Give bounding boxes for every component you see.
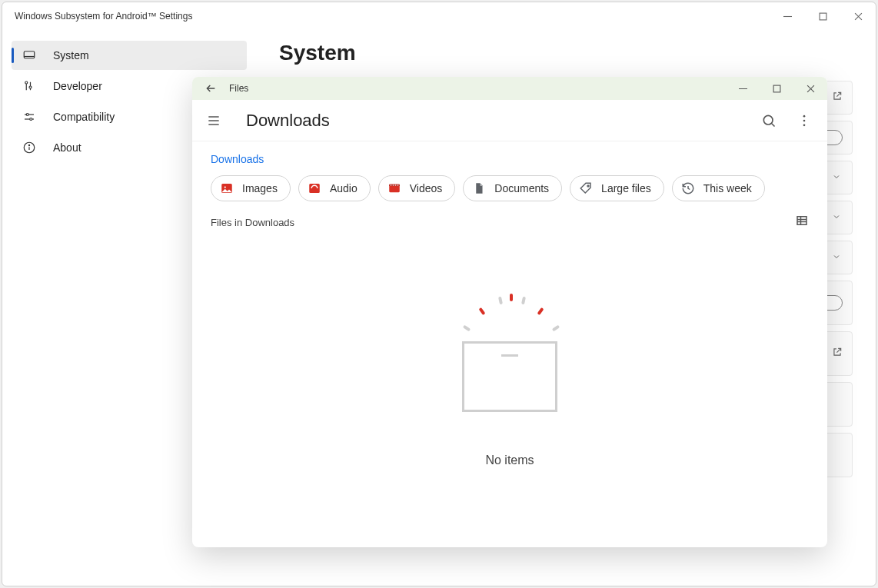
files-minimize-button[interactable] <box>726 77 760 100</box>
chevron-down-icon <box>832 251 841 264</box>
breadcrumb-item[interactable]: Downloads <box>211 153 264 165</box>
monitor-icon <box>22 48 39 62</box>
sliders-icon <box>22 110 39 124</box>
empty-box-icon <box>448 280 571 426</box>
files-subheader-label: Files in Downloads <box>211 217 294 228</box>
video-icon <box>387 181 402 196</box>
empty-state-label: No items <box>485 453 534 467</box>
chevron-down-icon <box>832 211 841 224</box>
svg-rect-20 <box>773 85 780 92</box>
search-button[interactable] <box>760 113 778 128</box>
files-window-controls <box>726 77 827 100</box>
svg-point-14 <box>30 118 32 121</box>
sidebar-item-label: System <box>53 49 89 61</box>
open-external-icon <box>832 91 843 105</box>
more-options-button[interactable] <box>795 113 813 128</box>
svg-rect-36 <box>390 185 391 186</box>
hamburger-menu-button[interactable] <box>206 113 228 128</box>
chip-audio[interactable]: Audio <box>298 175 371 201</box>
chip-this-week[interactable]: This week <box>672 175 765 201</box>
svg-point-32 <box>224 186 226 188</box>
chip-documents[interactable]: Documents <box>463 175 562 201</box>
view-toggle-button[interactable] <box>795 214 809 231</box>
sidebar-item-label: About <box>53 141 81 154</box>
audio-icon <box>307 181 322 196</box>
svg-point-6 <box>25 81 28 84</box>
info-icon <box>22 141 39 154</box>
chip-label: Images <box>242 182 278 194</box>
settings-titlebar: Windows Subsystem for Android™ Settings <box>2 2 876 30</box>
svg-point-30 <box>803 124 806 126</box>
settings-close-button[interactable] <box>840 2 876 30</box>
files-close-button[interactable] <box>793 77 827 100</box>
open-external-icon <box>832 347 843 360</box>
svg-line-27 <box>772 123 775 126</box>
sidebar-item-label: Compatibility <box>53 111 115 123</box>
chip-images[interactable]: Images <box>211 175 291 201</box>
sidebar-item-system[interactable]: System <box>12 41 247 70</box>
settings-title: Windows Subsystem for Android™ Settings <box>15 11 192 22</box>
tag-icon <box>578 181 594 196</box>
chip-label: Documents <box>494 182 549 194</box>
svg-point-17 <box>28 145 29 145</box>
files-window: Files Downloads Downloads <box>192 77 827 547</box>
filter-chips: Images Audio Videos Documents Large file… <box>192 172 827 214</box>
settings-window-controls <box>770 2 876 30</box>
svg-point-40 <box>587 185 589 187</box>
document-icon <box>471 181 487 196</box>
chip-label: Audio <box>330 182 358 194</box>
history-icon <box>680 181 696 196</box>
chip-large-files[interactable]: Large files <box>570 175 664 201</box>
svg-rect-1 <box>820 13 826 20</box>
chip-label: Videos <box>410 182 443 194</box>
files-maximize-button[interactable] <box>760 77 793 100</box>
svg-rect-38 <box>394 185 396 186</box>
settings-minimize-button[interactable] <box>770 2 805 30</box>
svg-rect-37 <box>392 185 394 186</box>
chip-label: Large files <box>601 182 651 194</box>
svg-point-12 <box>26 114 28 116</box>
chevron-down-icon <box>832 171 841 184</box>
page-title: System <box>279 41 853 65</box>
back-button[interactable] <box>200 82 221 95</box>
files-titlebar: Files <box>192 77 827 100</box>
files-subheader: Files in Downloads <box>192 214 827 231</box>
files-heading: Downloads <box>246 111 330 131</box>
sidebar-item-label: Developer <box>53 80 102 92</box>
empty-state: No items <box>192 231 827 547</box>
settings-maximize-button[interactable] <box>805 2 840 30</box>
files-header: Downloads <box>192 100 827 141</box>
svg-point-8 <box>29 86 32 88</box>
breadcrumb[interactable]: Downloads <box>192 141 827 172</box>
image-icon <box>219 181 234 196</box>
svg-point-29 <box>803 119 806 121</box>
svg-point-26 <box>763 115 773 125</box>
svg-rect-41 <box>797 217 806 225</box>
svg-point-28 <box>803 115 806 117</box>
tools-icon <box>22 79 39 93</box>
chip-label: This week <box>703 182 752 194</box>
files-window-title: Files <box>229 83 248 94</box>
svg-rect-39 <box>397 185 398 186</box>
chip-videos[interactable]: Videos <box>378 175 456 201</box>
svg-rect-4 <box>24 51 35 58</box>
